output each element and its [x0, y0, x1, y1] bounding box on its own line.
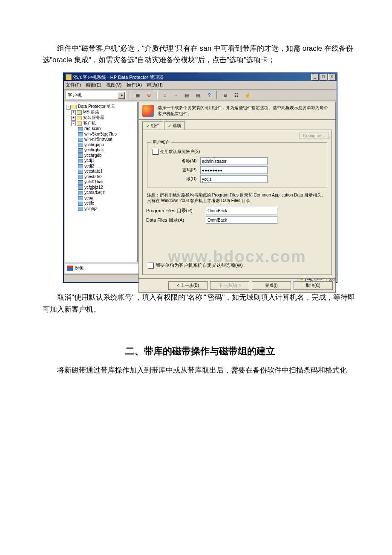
cancel-button[interactable]: 取消(C) — [294, 281, 333, 290]
data-files-input[interactable] — [206, 216, 277, 224]
tree-item[interactable]: ycchrgapp — [84, 142, 104, 147]
configure-button: Configure... — [299, 133, 329, 139]
tree-item[interactable]: ycdj2 — [84, 164, 94, 168]
app-icon — [66, 74, 72, 80]
tree-item[interactable]: ycchrgbak — [84, 147, 104, 152]
titlebar: 添加客户机系统 - HP Data Protector 管理器 _ □ × — [64, 73, 337, 81]
tree-item[interactable]: yczjbjz — [84, 206, 97, 211]
group-legend: 用户帐户 — [151, 139, 171, 145]
tree-root[interactable]: Data Protector 单元 — [78, 104, 115, 109]
objects-icon — [67, 266, 73, 271]
name-input[interactable] — [200, 157, 268, 165]
customize-checkbox[interactable] — [148, 263, 154, 269]
tree-node[interactable]: MS 群集 — [83, 110, 99, 114]
toolbar: 客户机 — [64, 90, 337, 101]
domain-label: 域(D): — [151, 176, 200, 182]
toolbar-icon[interactable] — [133, 90, 142, 100]
wizard-icon — [142, 105, 154, 117]
close-button[interactable]: × — [328, 74, 336, 81]
finish-button[interactable]: 完成(I) — [252, 281, 291, 290]
toolbar-hand-icon[interactable] — [243, 90, 252, 100]
default-account-label: 使用默认系统帐户(S) — [160, 149, 200, 155]
tree-pane[interactable]: -Data Protector 单元 +MS 群集 +安装服务器 -客户机 ra… — [65, 102, 138, 262]
screenshot: 添加客户机系统 - HP Data Protector 管理器 _ □ × 文件… — [43, 72, 358, 283]
section-2-title: 二、带库的磁带操作与磁带组的建立 — [43, 345, 358, 358]
password-input[interactable] — [200, 166, 268, 174]
domain-input[interactable] — [200, 175, 268, 183]
tree-item[interactable]: yctjfx — [84, 201, 94, 205]
tab-components[interactable]: ✓组件 — [142, 121, 163, 130]
wizard-description: 选择一个或多个要安装的可用组件，并为这些组件指定选项。选中此框表示您要单独为每个… — [158, 105, 332, 117]
tree-item[interactable]: ycfgjxjz12 — [84, 185, 103, 190]
tree-item[interactable]: win-nlr9ntrvuat — [84, 137, 112, 142]
tree-item[interactable]: ycestate1 — [84, 169, 103, 173]
toolbar-pc-icon[interactable] — [221, 90, 230, 100]
menu-action[interactable]: 操作(A) — [127, 82, 142, 87]
default-account-checkbox[interactable] — [153, 149, 159, 155]
tree-item[interactable]: ycmarketjz — [84, 190, 105, 195]
tree-item[interactable]: ycestate2 — [84, 174, 103, 179]
menubar: 文件(F) 编辑(E) 视图(V) 操作(A) 帮助(H) — [64, 81, 337, 90]
paragraph-3: 将新磁带通过带库操作加入到带库中或从带库取出后，需要在备份软件中扫描条码和格式化 — [43, 364, 358, 376]
tree-item[interactable]: ycchrgdb — [84, 153, 102, 158]
tree-item[interactable]: ycoa — [84, 196, 93, 200]
toolbar-help-icon[interactable] — [205, 90, 214, 100]
context-select[interactable]: 客户机 — [66, 91, 126, 99]
tree-item[interactable]: win-5km5tgg7fuo — [84, 132, 117, 136]
note-text: 注意：所有非绝对路径均与系统的 Program Files 目录和 Common… — [147, 192, 327, 203]
tree-item[interactable]: ycfc01bak — [84, 179, 104, 184]
user-account-group: 用户帐户 使用默认系统帐户(S) 名称(M): — [147, 139, 327, 188]
app-window: 添加客户机系统 - HP Data Protector 管理器 _ □ × 文件… — [63, 72, 337, 283]
password-label: 密码(P): — [151, 167, 200, 173]
wizard-body: ✓组件 ✓选项 Configure... 用户帐户 使用默认系统帐户(S) — [138, 120, 336, 279]
toolbar-doc2-icon[interactable] — [193, 90, 203, 100]
wizard-header: 选择一个或多个要安装的可用组件，并为这些组件指定选项。选中此框表示您要单独为每个… — [138, 102, 336, 120]
tree-node[interactable]: 安装服务器 — [83, 115, 104, 120]
next-button: 下一步(N) > — [210, 281, 249, 290]
paragraph-2: 取消"使用默认系统帐号"，填入有权限的"名称""密码"，如无域则填入计算机名，完… — [43, 292, 358, 315]
back-button[interactable]: < 上一步(B) — [168, 281, 208, 290]
customize-label: 我要单独为客户机系统自定义这些选项(W) — [156, 262, 243, 269]
toolbar-home-icon[interactable] — [160, 90, 170, 100]
program-files-input[interactable] — [206, 207, 277, 214]
tree-node[interactable]: 客户机 — [83, 121, 96, 125]
maximize-button[interactable]: □ — [320, 74, 327, 81]
tree-item[interactable]: ycdj1 — [84, 158, 94, 163]
toolbar-net-icon[interactable] — [232, 90, 241, 100]
toolbar-stop-icon[interactable] — [144, 90, 153, 100]
minimize-button[interactable]: _ — [311, 74, 319, 81]
menu-view[interactable]: 视图(V) — [106, 82, 122, 87]
name-label: 名称(M): — [151, 158, 200, 164]
toolbar-arrow-icon[interactable] — [171, 90, 181, 100]
objects-pane[interactable]: 对象 — [65, 263, 139, 273]
paragraph-1: 组件中"磁带客户机"必选，"介质代理"只有在 san 中可看到带库的才选，如需 … — [43, 43, 358, 66]
toolbar-doc-icon[interactable] — [182, 90, 192, 100]
program-files-label: Program Files 目录(R) — [146, 208, 206, 214]
objects-label: 对象 — [75, 265, 84, 272]
menu-edit[interactable]: 编辑(E) — [86, 82, 101, 87]
menu-file[interactable]: 文件(F) — [66, 82, 81, 87]
menu-help[interactable]: 帮助(H) — [147, 82, 162, 87]
tab-options[interactable]: ✓选项 — [164, 121, 185, 130]
tree-item[interactable]: rac-scan — [84, 126, 101, 131]
window-title: 添加客户机系统 - HP Data Protector 管理器 — [73, 74, 311, 81]
data-files-label: Data Files 目录(A) — [146, 217, 206, 223]
